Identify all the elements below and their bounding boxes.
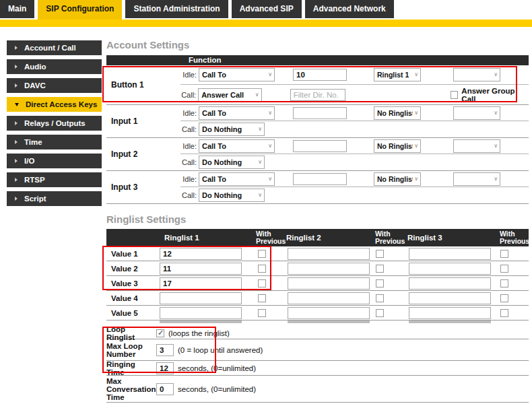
input3-idle-number-input[interactable] — [293, 173, 347, 185]
tab-main[interactable]: Main — [0, 0, 34, 18]
with-previous2-header: With Previous — [369, 229, 407, 246]
input3-idle-extra-select-wrap: ∨ — [453, 172, 500, 186]
value3-wp3-checkbox[interactable] — [500, 279, 508, 288]
value3-ringlist3-input[interactable] — [409, 277, 491, 290]
sidebar-item-label: Direct Access Keys — [26, 100, 97, 108]
input3-idle-ringlist-select-wrap: No Ringlist ∨ — [374, 172, 421, 186]
input3-idle-extra-select[interactable] — [453, 172, 500, 186]
chevron-right-icon — [15, 121, 18, 125]
value5-wp1-checkbox[interactable] — [258, 309, 266, 317]
value2-ringlist3-input[interactable] — [409, 263, 491, 275]
loop-ringlist-checkbox[interactable] — [156, 329, 164, 337]
button1-call-action-select[interactable]: Answer Call — [198, 88, 262, 102]
value4-ringlist2-input[interactable] — [288, 292, 370, 304]
input2-call-action-select[interactable]: Do Nothing — [199, 156, 265, 169]
answer-group-call-checkbox[interactable] — [451, 91, 459, 99]
value2-wp2-checkbox[interactable] — [376, 265, 384, 273]
button1-idle-number-input[interactable] — [293, 69, 347, 81]
input1-call-action-select[interactable]: Do Nothing — [199, 123, 265, 136]
value2-wp1-checkbox[interactable] — [258, 265, 266, 273]
value2-wp3-checkbox[interactable] — [500, 265, 508, 273]
value1-wp1-checkbox[interactable] — [258, 250, 266, 258]
input1-idle-number-input[interactable] — [293, 107, 347, 119]
value3-wp1-checkbox[interactable] — [258, 279, 266, 288]
function-row-button1: Button 1 Idle: Call To ∨ Ringlist 1 ∨ — [106, 65, 529, 105]
call-label: Call: — [180, 125, 197, 133]
sidebar-item-direct-access-keys[interactable]: Direct Access Keys — [7, 97, 102, 112]
sidebar-item-account-call[interactable]: Account / Call — [7, 40, 102, 55]
value1-ringlist3-input[interactable] — [409, 248, 491, 260]
ringlist-header-spacer — [106, 229, 158, 246]
input3-idle-ringlist-select[interactable]: No Ringlist — [374, 172, 421, 186]
value4-ringlist3-input[interactable] — [409, 292, 491, 304]
sidebar-item-io[interactable]: I/O — [7, 154, 102, 168]
max-loop-number-label: Max Loop Number — [106, 342, 156, 358]
value5-wp2-checkbox[interactable] — [376, 309, 384, 317]
value1-ringlist1-input[interactable] — [160, 248, 242, 260]
max-conversation-time-label: Max Conversation Time — [106, 377, 156, 401]
input1-idle-extra-select[interactable] — [453, 106, 500, 120]
value5-ringlist1-input[interactable] — [160, 307, 242, 319]
sidebar-item-time[interactable]: Time — [7, 135, 102, 149]
ringing-time-input[interactable] — [156, 362, 174, 374]
value2-ringlist2-input[interactable] — [288, 263, 370, 275]
idle-label: Idle: — [180, 109, 197, 117]
button1-idle-action-select[interactable]: Call To — [199, 68, 275, 81]
value5-ringlist2-input[interactable] — [288, 307, 370, 319]
value4-wp1-checkbox[interactable] — [258, 294, 266, 302]
ringlist-row-value3: Value 3 — [106, 276, 529, 291]
sidebar-item-label: Time — [24, 138, 42, 146]
tab-advanced-network[interactable]: Advanced Network — [305, 0, 394, 18]
value3-ringlist1-input[interactable] — [160, 277, 242, 290]
table-bottom-shadow — [106, 321, 529, 323]
input2-idle-number-input[interactable] — [293, 140, 347, 152]
input1-idle-action-select[interactable]: Call To — [199, 106, 275, 120]
input2-call-action-select-wrap: Do Nothing ∨ — [199, 156, 265, 169]
value2-ringlist1-input[interactable] — [160, 263, 242, 275]
button1-idle-extra-select[interactable] — [453, 68, 500, 81]
row-label-button1: Button 1 — [106, 65, 180, 104]
function-row-input3: Input 3 Idle: Call To ∨ No Ringlist ∨ — [106, 171, 529, 204]
sidebar-item-relays-outputs[interactable]: Relays / Outputs — [7, 116, 102, 131]
value1-wp2-checkbox[interactable] — [376, 250, 384, 258]
input2-idle-extra-select[interactable] — [453, 139, 500, 153]
value4-wp2-checkbox[interactable] — [376, 294, 384, 302]
input1-idle-ringlist-select-wrap: No Ringlist ∨ — [374, 106, 421, 120]
value1-wp3-checkbox[interactable] — [500, 250, 508, 258]
loop-ringlist-row: Loop Ringlist (loops the ringlist) — [106, 327, 529, 339]
value4-ringlist1-input[interactable] — [160, 292, 242, 304]
max-conversation-time-input[interactable] — [156, 383, 174, 395]
ringlist-options: Loop Ringlist (loops the ringlist) Max L… — [106, 327, 529, 403]
input3-idle-action-select[interactable]: Call To — [199, 172, 275, 186]
chevron-right-icon — [15, 197, 18, 201]
chevron-right-icon — [15, 46, 18, 50]
sidebar-item-rtsp[interactable]: RTSP — [7, 172, 102, 187]
tab-advanced-sip[interactable]: Advanced SIP — [232, 0, 302, 18]
sidebar-item-audio[interactable]: Audio — [7, 59, 102, 74]
chevron-right-icon — [15, 159, 18, 163]
value3-wp2-checkbox[interactable] — [376, 279, 384, 288]
button1-call-filter-input[interactable] — [290, 89, 345, 101]
sidebar-item-davc[interactable]: DAVC — [7, 78, 102, 93]
value1-ringlist2-input[interactable] — [288, 248, 370, 260]
value1-label: Value 1 — [106, 250, 158, 258]
button1-idle-action-select-wrap: Call To ∨ — [199, 68, 275, 81]
value5-ringlist3-input[interactable] — [409, 307, 491, 319]
max-loop-number-input[interactable] — [156, 344, 174, 356]
account-settings-heading: Account Settings — [106, 37, 532, 51]
button1-idle-ringlist-select[interactable]: Ringlist 1 — [374, 68, 421, 81]
value5-wp3-checkbox[interactable] — [500, 309, 508, 317]
input2-idle-ringlist-select[interactable]: No Ringlist — [374, 139, 421, 153]
value3-ringlist2-input[interactable] — [288, 277, 370, 290]
tab-sip-configuration[interactable]: SIP Configuration — [38, 0, 122, 20]
row-label-input3: Input 3 — [106, 171, 180, 203]
input3-call-action-select[interactable]: Do Nothing — [199, 189, 265, 202]
value4-wp3-checkbox[interactable] — [500, 294, 508, 302]
chevron-down-icon — [15, 103, 19, 106]
tab-station-administration[interactable]: Station Administration — [125, 0, 228, 18]
ringlist-table-header: Ringlist 1 With Previous Ringlist 2 With… — [106, 229, 529, 246]
input2-idle-action-select[interactable]: Call To — [199, 139, 275, 153]
sidebar-item-script[interactable]: Script — [7, 191, 102, 206]
input1-idle-ringlist-select[interactable]: No Ringlist — [374, 106, 421, 120]
loop-ringlist-note: (loops the ringlist) — [168, 329, 230, 337]
